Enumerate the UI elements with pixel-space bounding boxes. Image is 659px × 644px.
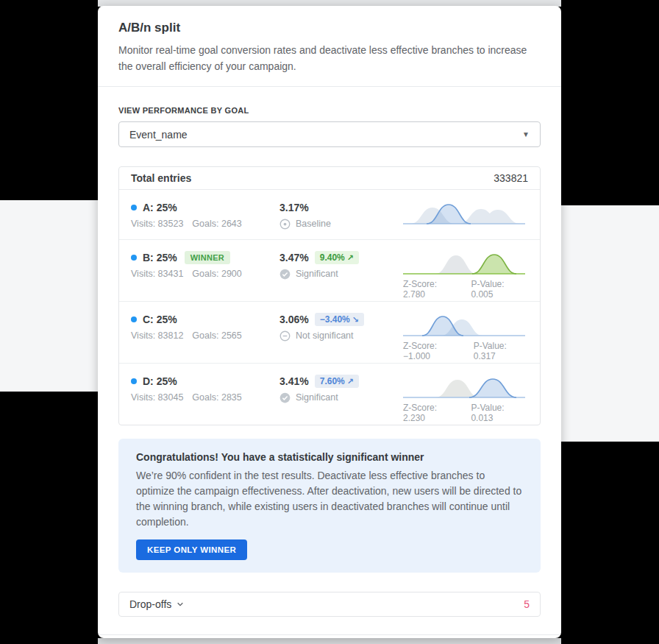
winner-badge: WINNER [185, 251, 230, 264]
pvalue-value: P-Value: 0.317 [474, 341, 528, 354]
variant-a-chart [403, 199, 528, 230]
check-circle-icon [279, 392, 291, 403]
variant-visits: Visits: 83523 [131, 219, 183, 229]
variant-c-info: C: 25% Visits: 83812 Goals: 2565 [131, 311, 279, 354]
conversion-rate: 3.06% [279, 314, 309, 325]
variant-name: A: 25% [143, 202, 177, 213]
total-entries-label: Total entries [131, 172, 191, 184]
page-description: Monitor real-time goal conversion rates … [118, 42, 541, 74]
distribution-sparkline [403, 250, 525, 277]
zscore-value: Z-Score: 2.230 [403, 403, 460, 416]
backdrop-right-light [561, 205, 659, 442]
pvalue-value: P-Value: 0.013 [471, 403, 528, 416]
variant-d-chart: Z-Score: 2.230 P-Value: 0.013 [403, 373, 528, 416]
variant-name: C: 25% [143, 314, 177, 325]
delta-badge: 9.40% ↗ [315, 251, 359, 264]
variant-goals: Goals: 2565 [192, 330, 241, 341]
variant-row-c: C: 25% Visits: 83812 Goals: 2565 3.06% −… [119, 302, 540, 364]
variant-row-d: D: 25% Visits: 83045 Goals: 2835 3.41% 7… [119, 364, 540, 425]
variant-visits: Visits: 83431 [131, 269, 183, 279]
dropoffs-label: Drop-offs [129, 598, 171, 610]
variant-b-rate: 3.47% 9.40% ↗ Significant [279, 250, 403, 292]
minus-circle-icon [279, 330, 291, 342]
results-table: Total entries 333821 A: 25% Visits: 8352… [118, 166, 541, 425]
banner-title: Congratulations! You have a statisticall… [136, 451, 523, 463]
goal-select-value: Event_name [129, 129, 188, 141]
total-entries-value: 333821 [494, 172, 528, 184]
significance-status: Significant [296, 269, 338, 279]
variant-b-info: B: 25% WINNER Visits: 83431 Goals: 2900 [131, 250, 279, 292]
backdrop-bottom-strip [98, 638, 561, 644]
variant-visits: Visits: 83812 [131, 330, 183, 341]
distribution-sparkline [403, 311, 525, 339]
significance-status: Not significant [296, 330, 354, 341]
modal-footer: Close [98, 634, 561, 638]
variant-name: D: 25% [143, 375, 177, 387]
delta-value: −3.40% [320, 314, 350, 325]
goal-section-label: VIEW PERFORMANCE BY GOAL [118, 106, 541, 115]
arrow-down-right-icon: ↘ [352, 315, 359, 325]
variant-color-dot [131, 316, 137, 322]
delta-value: 7.60% [320, 376, 345, 386]
variant-color-dot [131, 255, 137, 261]
variant-c-chart: Z-Score: −1.000 P-Value: 0.317 [403, 311, 528, 354]
chevron-down-icon [177, 601, 184, 608]
variant-visits: Visits: 83045 [131, 392, 183, 403]
goal-select[interactable]: Event_name ▼ [118, 121, 541, 147]
variant-color-dot [131, 205, 137, 210]
delta-badge: −3.40% ↘ [315, 313, 364, 326]
backdrop-left-light [0, 200, 98, 392]
zscore-value: Z-Score: −1.000 [403, 341, 463, 354]
variant-d-info: D: 25% Visits: 83045 Goals: 2835 [131, 373, 279, 416]
check-circle-icon [279, 269, 291, 280]
arrow-up-right-icon: ↗ [347, 377, 354, 386]
page-title: A/B/n split [118, 21, 541, 35]
variant-a-rate: 3.17% Baseline [279, 199, 403, 230]
variant-goals: Goals: 2835 [192, 392, 241, 403]
winner-banner: Congratulations! You have a statisticall… [118, 439, 541, 573]
dropoffs-count: 5 [524, 598, 530, 610]
variant-color-dot [131, 378, 137, 384]
variant-b-chart: Z-Score: 2.780 P-Value: 0.005 [403, 250, 528, 292]
variant-name: B: 25% [143, 252, 177, 263]
dropoffs-row: Drop-offs 5 [118, 592, 541, 617]
keep-only-winner-button[interactable]: KEEP ONLY WINNER [136, 539, 247, 560]
significance-status: Significant [296, 392, 338, 403]
variant-row-b: B: 25% WINNER Visits: 83431 Goals: 2900 … [119, 240, 540, 302]
variant-goals: Goals: 2643 [192, 219, 241, 229]
variant-c-rate: 3.06% −3.40% ↘ Not significant [279, 311, 403, 354]
total-entries-row: Total entries 333821 [119, 167, 540, 190]
variant-d-rate: 3.41% 7.60% ↗ Significant [279, 373, 403, 416]
conversion-rate: 3.41% [279, 375, 309, 387]
arrow-up-right-icon: ↗ [347, 253, 354, 263]
zscore-value: Z-Score: 2.780 [403, 279, 460, 292]
baseline-icon [279, 219, 291, 230]
modal-header: A/B/n split Monitor real-time goal conve… [98, 6, 561, 87]
delta-value: 9.40% [320, 252, 345, 263]
conversion-rate: 3.47% [279, 252, 309, 263]
variant-goals: Goals: 2900 [192, 269, 241, 279]
abn-split-modal: A/B/n split Monitor real-time goal conve… [98, 6, 561, 638]
distribution-sparkline [403, 373, 525, 401]
chevron-down-icon: ▼ [522, 130, 530, 138]
delta-badge: 7.60% ↗ [315, 375, 359, 388]
variant-a-info: A: 25% Visits: 83523 Goals: 2643 [131, 199, 279, 230]
distribution-sparkline [403, 199, 525, 227]
variant-row-a: A: 25% Visits: 83523 Goals: 2643 3.17% B… [119, 190, 540, 240]
dropoffs-toggle[interactable]: Drop-offs [129, 598, 184, 610]
pvalue-value: P-Value: 0.005 [471, 279, 528, 292]
modal-body: VIEW PERFORMANCE BY GOAL Event_name ▼ To… [98, 87, 561, 634]
conversion-rate: 3.17% [279, 202, 309, 213]
banner-body: We’re 90% confident in the test results.… [136, 468, 523, 530]
significance-status: Baseline [296, 219, 331, 229]
